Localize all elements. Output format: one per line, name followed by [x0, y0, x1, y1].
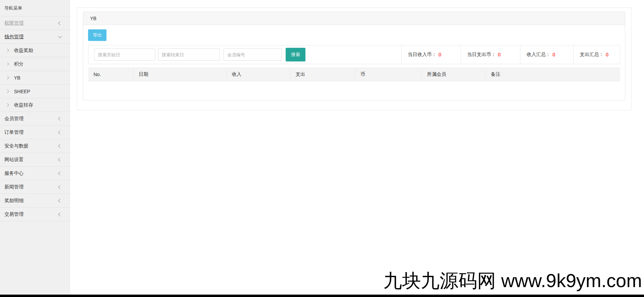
sidebar-item-label: 钱包管理	[4, 34, 59, 40]
sidebar-item-label: 新闻管理	[4, 184, 59, 190]
chevron-left-icon	[58, 212, 62, 216]
sidebar-header: 导航菜单	[0, 0, 70, 16]
sidebar-item[interactable]: 新闻管理	[0, 180, 70, 194]
watermark-text: 九块九源码网 www.9k9ym.com	[383, 268, 642, 294]
column-header: 支出	[290, 68, 355, 81]
sidebar-nav: 权限管理钱包管理收益奖励积分YBSHEEP收益转存会员管理订单管理安全与数据网站…	[0, 16, 70, 221]
stat-cell: 当日收入币：0	[401, 45, 461, 64]
sidebar: 导航菜单 权限管理钱包管理收益奖励积分YBSHEEP收益转存会员管理订单管理安全…	[0, 0, 70, 297]
export-button[interactable]: 导出	[88, 29, 106, 41]
stat-label: 支出汇总：	[580, 52, 604, 58]
panel-title: YB	[90, 16, 97, 21]
sidebar-item-label: SHEEP	[14, 89, 30, 94]
start-date-input[interactable]	[94, 48, 155, 61]
sidebar-item[interactable]: 收益奖励	[0, 44, 70, 57]
sidebar-item[interactable]: SHEEP	[0, 85, 70, 98]
sidebar-item-label: 收益奖励	[14, 47, 33, 54]
stat-value: 0	[553, 52, 555, 57]
stat-label: 当日收入币：	[408, 52, 437, 58]
table-header-row: No.日期收入支出币所属会员备注	[88, 68, 620, 81]
member-number-input[interactable]	[224, 48, 282, 61]
chevron-left-icon	[58, 199, 62, 202]
stat-cell: 当日支出币：0	[461, 45, 520, 64]
main-content: YB 导出 搜索 当日收入币：0当日支出币：0收入汇总：0支出汇总：0 No.日…	[70, 0, 644, 297]
sidebar-item[interactable]: 安全与数据	[0, 139, 70, 153]
sidebar-item[interactable]: 权限管理	[0, 16, 70, 30]
sidebar-item[interactable]: 交易管理	[0, 208, 70, 221]
sidebar-item-label: 收益转存	[14, 102, 33, 108]
column-header: 所属会员	[422, 68, 486, 81]
chevron-left-icon	[58, 21, 62, 25]
chevron-left-icon	[58, 171, 62, 175]
chevron-down-icon	[58, 34, 62, 38]
sidebar-item-label: 会员管理	[4, 116, 59, 122]
table-empty-area	[88, 81, 620, 100]
chevron-left-icon	[58, 130, 62, 134]
sidebar-item[interactable]: 会员管理	[0, 112, 70, 126]
stat-value: 0	[439, 52, 441, 57]
chevron-right-icon	[6, 62, 9, 66]
sidebar-item-label: 网站设置	[4, 157, 59, 163]
sidebar-item[interactable]: 服务中心	[0, 167, 70, 180]
watermark-bottom-bar	[0, 295, 644, 297]
chevron-right-icon	[6, 90, 9, 93]
column-header: 日期	[133, 68, 227, 81]
yb-panel: YB 导出 搜索 当日收入币：0当日支出币：0收入汇总：0支出汇总：0 No.日…	[83, 12, 625, 100]
stat-cell: 支出汇总：0	[573, 45, 620, 64]
stat-value: 0	[606, 52, 609, 57]
content-card: YB 导出 搜索 当日收入币：0当日支出币：0收入汇总：0支出汇总：0 No.日…	[77, 8, 631, 110]
results-table: No.日期收入支出币所属会员备注	[88, 68, 620, 81]
sidebar-item-label: 奖励明细	[4, 198, 59, 204]
sidebar-item-label: YB	[14, 75, 20, 81]
sidebar-item-label: 订单管理	[4, 129, 59, 136]
stat-cell: 收入汇总：0	[520, 45, 573, 64]
sidebar-item-label: 权限管理	[4, 20, 59, 26]
stat-label: 当日支出币：	[467, 52, 496, 58]
sidebar-item[interactable]: 订单管理	[0, 126, 70, 139]
stat-label: 收入汇总：	[527, 52, 550, 58]
sidebar-item[interactable]: 收益转存	[0, 98, 70, 112]
column-header: 备注	[486, 68, 620, 81]
sidebar-item[interactable]: 钱包管理	[0, 30, 70, 44]
column-header: 币	[355, 68, 422, 81]
filter-bar: 搜索 当日收入币：0当日支出币：0收入汇总：0支出汇总：0	[88, 45, 620, 64]
sidebar-item[interactable]: YB	[0, 71, 70, 85]
stat-value: 0	[498, 52, 501, 57]
panel-header: YB	[83, 12, 625, 25]
chevron-left-icon	[58, 117, 62, 121]
chevron-left-icon	[58, 144, 62, 148]
chevron-left-icon	[58, 158, 62, 161]
chevron-right-icon	[6, 103, 9, 107]
chevron-right-icon	[6, 76, 9, 80]
sidebar-item[interactable]: 奖励明细	[0, 194, 70, 208]
search-button[interactable]: 搜索	[286, 48, 305, 61]
end-date-input[interactable]	[158, 48, 220, 61]
column-header: 收入	[227, 68, 290, 81]
sidebar-item-label: 积分	[14, 61, 24, 67]
sidebar-item-label: 安全与数据	[4, 143, 59, 149]
chevron-left-icon	[58, 185, 62, 189]
sidebar-item-label: 交易管理	[4, 211, 59, 217]
chevron-right-icon	[6, 49, 9, 52]
sidebar-item-label: 服务中心	[4, 170, 59, 176]
sidebar-item[interactable]: 网站设置	[0, 153, 70, 167]
panel-body: 导出 搜索 当日收入币：0当日支出币：0收入汇总：0支出汇总：0 No.日期收入…	[83, 25, 625, 100]
column-header: No.	[88, 68, 133, 81]
stats-group: 当日收入币：0当日支出币：0收入汇总：0支出汇总：0	[401, 45, 620, 64]
sidebar-item[interactable]: 积分	[0, 57, 70, 71]
